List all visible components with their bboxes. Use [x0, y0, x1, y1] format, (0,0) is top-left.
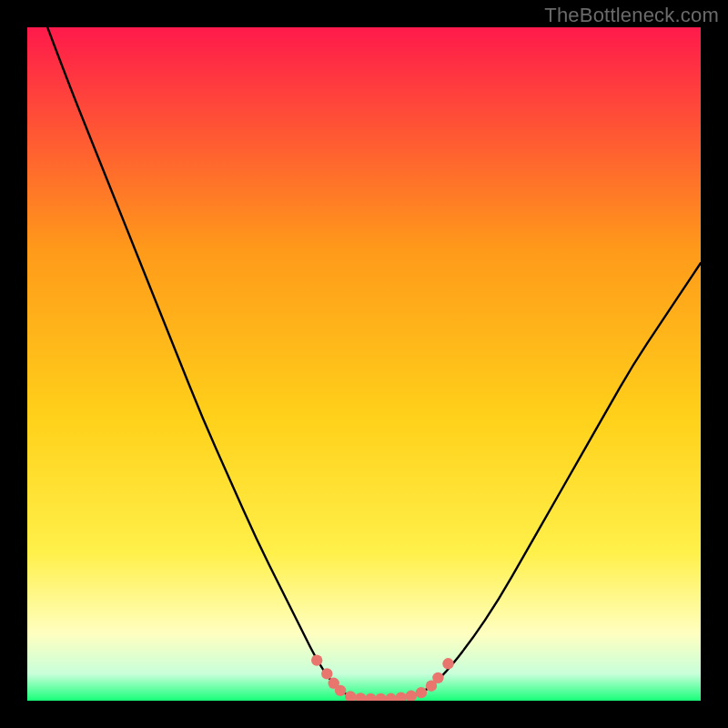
bottleneck-chart — [27, 27, 701, 701]
marker-dot — [416, 687, 427, 698]
marker-dot — [335, 685, 346, 696]
marker-dot — [432, 672, 443, 683]
marker-dot — [442, 658, 453, 669]
outer-frame: TheBottleneck.com — [0, 0, 728, 728]
chart-svg — [27, 27, 701, 701]
marker-dot — [321, 668, 332, 679]
heat-gradient-background — [27, 27, 701, 701]
marker-dot — [311, 654, 322, 665]
attribution-text: TheBottleneck.com — [544, 4, 719, 27]
